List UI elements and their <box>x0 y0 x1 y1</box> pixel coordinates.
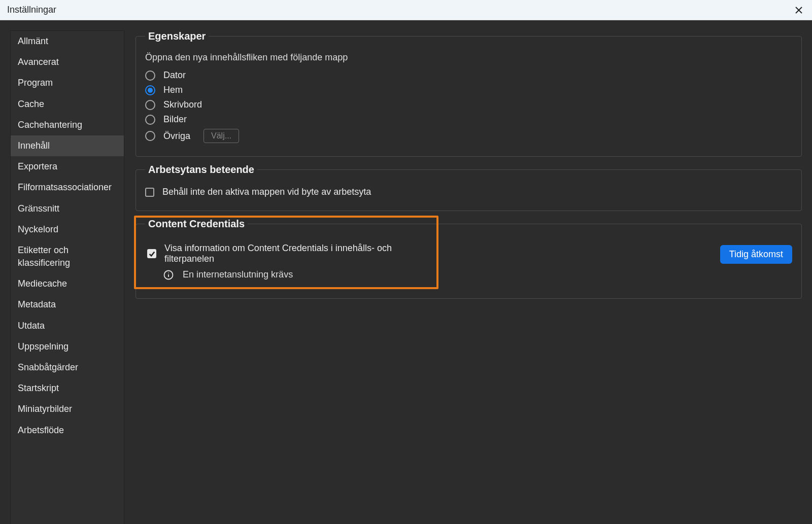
sidebar-item-label: Metadata <box>18 299 56 309</box>
group-properties: Egenskaper Öppna den nya innehållsfliken… <box>136 30 802 157</box>
sidebar-item-label: Etiketter och klassificering <box>18 245 70 268</box>
sidebar-item-label: Arbetsflöde <box>18 425 64 435</box>
sidebar-item-cache[interactable]: Cache <box>11 94 124 115</box>
sidebar-item-utdata[interactable]: Utdata <box>11 316 124 336</box>
sidebar-item-allm-nt[interactable]: Allmänt <box>11 31 124 52</box>
sidebar-item-gr-nssnitt[interactable]: Gränssnitt <box>11 198 124 219</box>
sidebar-item-cachehantering[interactable]: Cachehantering <box>11 115 124 135</box>
radio-skrivbord[interactable] <box>145 100 155 110</box>
sidebar-item-snabb-tg-rder[interactable]: Snabbåtgärder <box>11 357 124 378</box>
radio-label: Övriga <box>163 131 190 142</box>
sidebar-item-label: Avancerat <box>18 57 59 67</box>
radio-hem[interactable] <box>145 85 155 95</box>
choose-folder-button[interactable]: Välj... <box>204 129 239 143</box>
radio-row-dator[interactable]: Dator <box>145 70 792 81</box>
sidebar-item-label: Innehåll <box>18 141 50 151</box>
radio-label: Bilder <box>163 114 187 125</box>
radio-bilder[interactable] <box>145 115 155 125</box>
radio--vriga[interactable] <box>145 131 155 141</box>
sidebar-item-label: Utdata <box>18 321 45 331</box>
titlebar: Inställningar <box>0 0 812 20</box>
radio-row-skrivbord[interactable]: Skrivbord <box>145 99 792 110</box>
sidebar-item-label: Program <box>18 78 53 88</box>
sidebar-item-nyckelord[interactable]: Nyckelord <box>11 219 124 240</box>
sidebar-item-etiketter-och-klassificering[interactable]: Etiketter och klassificering <box>11 240 124 273</box>
sidebar-item-label: Snabbåtgärder <box>18 362 78 372</box>
sidebar-item-startskript[interactable]: Startskript <box>11 378 124 399</box>
info-icon <box>163 270 174 280</box>
workspace-keep-folder-label: Behåll inte den aktiva mappen vid byte a… <box>162 187 371 197</box>
sidebar-item-label: Allmänt <box>18 36 48 46</box>
radio-label: Skrivbord <box>163 99 202 110</box>
close-icon[interactable] <box>793 4 805 16</box>
cc-info-text: En internetanslutning krävs <box>183 269 293 280</box>
sidebar-item-label: Cache <box>18 99 44 109</box>
settings-main: Egenskaper Öppna den nya innehållsfliken… <box>136 30 802 514</box>
window-title: Inställningar <box>7 5 56 15</box>
settings-sidebar: AllmäntAvanceratProgramCacheCachehanteri… <box>10 30 124 524</box>
cc-info-row: En internetanslutning krävs <box>163 269 432 280</box>
body-area: AllmäntAvanceratProgramCacheCachehanteri… <box>0 20 812 524</box>
content-credentials-highlight: Visa information om Content Credentials … <box>134 216 438 289</box>
sidebar-item-program[interactable]: Program <box>11 73 124 93</box>
sidebar-item-label: Startskript <box>18 383 59 393</box>
early-access-button[interactable]: Tidig åtkomst <box>720 245 792 264</box>
sidebar-item-arbetsfl-de[interactable]: Arbetsflöde <box>11 420 124 441</box>
radio-label: Dator <box>163 70 186 81</box>
sidebar-item-filformatsassociationer[interactable]: Filformatsassociationer <box>11 177 124 198</box>
radio-dator[interactable] <box>145 71 155 81</box>
sidebar-item-label: Gränssnitt <box>18 203 59 214</box>
sidebar-item-label: Cachehantering <box>18 120 82 130</box>
sidebar-item-label: Uppspelning <box>18 341 69 352</box>
sidebar-item-exportera[interactable]: Exportera <box>11 156 124 177</box>
radio-label: Hem <box>163 85 183 95</box>
sidebar-item-label: Miniatyrbilder <box>18 404 72 414</box>
workspace-keep-folder-checkbox[interactable] <box>145 188 154 197</box>
radio-row-bilder[interactable]: Bilder <box>145 114 792 125</box>
cc-show-info-checkbox[interactable] <box>147 249 156 258</box>
cc-show-info-row[interactable]: Visa information om Content Credentials … <box>147 243 432 264</box>
sidebar-item-label: Filformatsassociationer <box>18 182 112 192</box>
radio-row-hem[interactable]: Hem <box>145 85 792 95</box>
sidebar-item-miniatyrbilder[interactable]: Miniatyrbilder <box>11 399 124 420</box>
properties-description: Öppna den nya innehållsfliken med följan… <box>145 52 792 63</box>
group-properties-legend: Egenskaper <box>145 30 209 42</box>
cc-show-info-label: Visa information om Content Credentials … <box>164 243 432 264</box>
sidebar-item-inneh-ll[interactable]: Innehåll <box>11 135 124 156</box>
sidebar-item-label: Nyckelord <box>18 224 58 234</box>
svg-point-4 <box>168 272 169 273</box>
sidebar-item-metadata[interactable]: Metadata <box>11 294 124 315</box>
sidebar-item-label: Mediecache <box>18 278 67 289</box>
group-workspace-legend: Arbetsytans beteende <box>145 164 257 176</box>
radio-row--vriga[interactable]: ÖvrigaVälj... <box>145 129 792 143</box>
workspace-keep-folder-row[interactable]: Behåll inte den aktiva mappen vid byte a… <box>145 187 792 197</box>
group-content-credentials: Content Credentials Visa information om … <box>136 218 802 299</box>
sidebar-item-avancerat[interactable]: Avancerat <box>11 52 124 73</box>
sidebar-item-mediecache[interactable]: Mediecache <box>11 273 124 294</box>
sidebar-item-label: Exportera <box>18 161 57 171</box>
group-workspace: Arbetsytans beteende Behåll inte den akt… <box>136 164 802 211</box>
sidebar-item-uppspelning[interactable]: Uppspelning <box>11 336 124 357</box>
